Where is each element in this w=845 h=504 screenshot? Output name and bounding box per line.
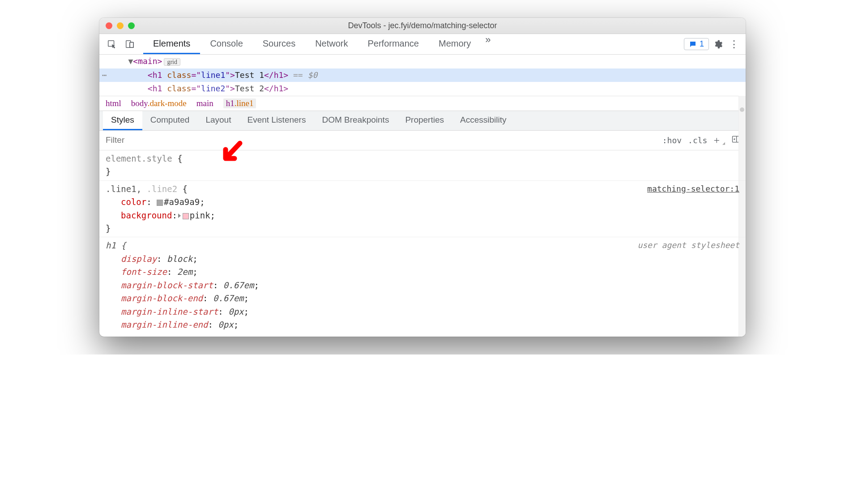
color-swatch-icon[interactable] [183, 213, 189, 219]
source-link[interactable]: matching-selector:1 [647, 183, 739, 195]
devtools-window: DevTools - jec.fyi/demo/matching-selecto… [99, 18, 746, 337]
filter-tools: :hov .cls + ◢ [657, 134, 746, 146]
styles-sub-tabs: Styles Computed Layout Event Listeners D… [99, 111, 746, 131]
selection-indicator [740, 107, 744, 112]
window-controls [106, 22, 135, 29]
dom-node-h1-line2[interactable]: <h1 class="line2">Test 2</h1> [99, 82, 746, 96]
selector-text: element.style [106, 154, 172, 163]
dom-node-selected[interactable]: <h1 class="line1">Test 1</h1> == $0 [99, 68, 746, 82]
subtab-styles[interactable]: Styles [103, 111, 142, 130]
subtab-computed[interactable]: Computed [142, 111, 198, 130]
resize-corner-icon: ◢ [722, 141, 725, 145]
titlebar: DevTools - jec.fyi/demo/matching-selecto… [99, 18, 746, 34]
dom-tree[interactable]: ▼<main>grid <h1 class="line1">Test 1</h1… [99, 55, 746, 96]
dom-node-main[interactable]: ▼<main>grid [99, 55, 746, 68]
zoom-window-button[interactable] [128, 22, 135, 29]
styles-filter-bar: :hov .cls + ◢ [99, 131, 746, 150]
console-issues-badge[interactable]: 1 [684, 38, 709, 50]
minimize-window-button[interactable] [117, 22, 124, 29]
inspect-element-icon[interactable] [104, 36, 120, 52]
declaration-color[interactable]: color: #a9a9a9; [106, 196, 739, 209]
main-tabs: Elements Console Sources Network Perform… [143, 34, 495, 54]
subtab-layout[interactable]: Layout [197, 111, 239, 130]
grid-badge[interactable]: grid [164, 58, 180, 66]
subtab-accessibility[interactable]: Accessibility [452, 111, 514, 130]
color-swatch-icon[interactable] [157, 200, 163, 206]
declaration: font-size: 2em; [106, 265, 739, 278]
declaration: display: block; [106, 252, 739, 265]
declaration: margin-inline-end: 0px; [106, 318, 739, 331]
styles-pane: element.style { } matching-selector:1 .l… [99, 150, 746, 337]
declaration: margin-block-end: 0.67em; [106, 292, 739, 305]
declaration: margin-block-start: 0.67em; [106, 279, 739, 292]
style-rule-h1-ua[interactable]: user agent stylesheet h1 { display: bloc… [99, 237, 746, 333]
cls-toggle[interactable]: .cls [688, 136, 707, 145]
breadcrumb-item-html[interactable]: html [106, 98, 121, 108]
hov-toggle[interactable]: :hov [662, 136, 682, 145]
breadcrumb-item-h1[interactable]: h1.line1 [223, 98, 256, 108]
subtab-dom-breakpoints[interactable]: DOM Breakpoints [314, 111, 397, 130]
declaration: margin-inline-start: 0px; [106, 305, 739, 318]
tabs-overflow-button[interactable]: » [481, 34, 495, 54]
source-label: user agent stylesheet [637, 239, 739, 252]
breadcrumb-item-main[interactable]: main [196, 98, 213, 108]
breadcrumb: html body.dark-mode main h1.line1 [99, 96, 746, 111]
breadcrumb-item-body[interactable]: body.dark-mode [131, 98, 187, 108]
expand-shorthand-icon[interactable] [178, 214, 181, 218]
svg-rect-2 [130, 42, 133, 47]
tab-elements[interactable]: Elements [143, 34, 200, 54]
selector-text: h1 [106, 240, 116, 250]
tab-network[interactable]: Network [305, 34, 358, 54]
close-window-button[interactable] [106, 22, 112, 29]
tab-performance[interactable]: Performance [358, 34, 429, 54]
tab-console[interactable]: Console [200, 34, 252, 54]
issues-count: 1 [700, 39, 704, 49]
filter-input[interactable] [99, 131, 657, 150]
device-toolbar-icon[interactable] [122, 36, 138, 52]
style-rule-element[interactable]: element.style { } [99, 150, 746, 181]
more-options-icon[interactable]: ⋮ [727, 38, 741, 50]
main-toolbar: Elements Console Sources Network Perform… [99, 34, 746, 55]
selector-text: .line1, .line2 [106, 184, 177, 194]
tab-sources[interactable]: Sources [253, 34, 305, 54]
subtab-properties[interactable]: Properties [397, 111, 452, 130]
declaration-background[interactable]: background:pink; [106, 209, 739, 222]
subtab-event-listeners[interactable]: Event Listeners [239, 111, 314, 130]
style-rule-line1[interactable]: matching-selector:1 .line1, .line2 { col… [99, 181, 746, 238]
new-style-rule-button[interactable]: + [713, 134, 720, 146]
tab-memory[interactable]: Memory [429, 34, 481, 54]
window-title: DevTools - jec.fyi/demo/matching-selecto… [99, 21, 746, 30]
settings-icon[interactable] [711, 39, 725, 49]
content-area: ▼<main>grid <h1 class="line1">Test 1</h1… [99, 55, 746, 337]
